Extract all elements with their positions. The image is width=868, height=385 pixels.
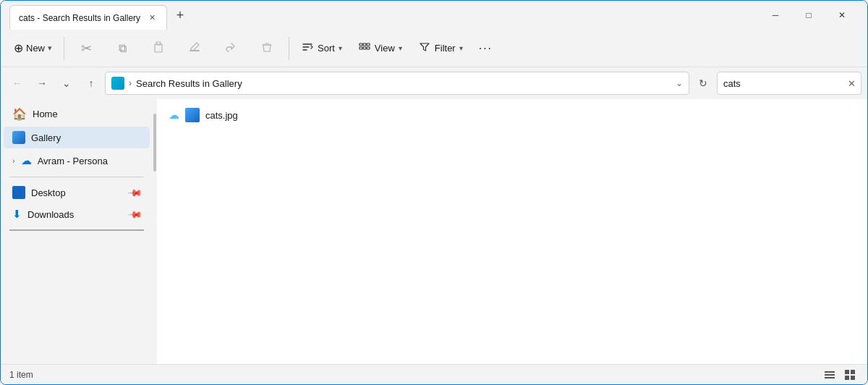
svg-rect-5: [363, 43, 366, 46]
address-separator-icon: ›: [129, 78, 132, 88]
paste-button[interactable]: [141, 32, 176, 65]
svg-rect-14: [845, 376, 849, 380]
file-thumbnail: [185, 108, 200, 122]
sidebar: 🏠 Home Gallery › ☁ Avram - Persona Deskt…: [1, 99, 153, 364]
list-view-button[interactable]: [821, 366, 838, 384]
search-clear-button[interactable]: ✕: [848, 77, 856, 90]
sort-button[interactable]: Sort ▾: [294, 32, 349, 65]
minimize-button[interactable]: ─: [759, 4, 792, 27]
gallery-icon: [12, 131, 25, 144]
grid-view-button[interactable]: [841, 366, 859, 384]
up-button[interactable]: ↑: [80, 72, 102, 94]
sidebar-item-desktop-label: Desktop: [31, 187, 124, 198]
sort-label: Sort: [318, 43, 335, 54]
sidebar-item-onedrive[interactable]: › ☁ Avram - Persona: [4, 150, 150, 172]
view-chevron-icon: ▾: [399, 44, 402, 52]
new-icon: ⊕: [14, 41, 23, 55]
filter-chevron-icon: ▾: [459, 44, 463, 52]
svg-rect-9: [825, 371, 835, 373]
status-text: 1 item: [9, 370, 33, 380]
cut-icon: ✂: [81, 41, 92, 56]
forward-button[interactable]: →: [31, 72, 53, 94]
share-button[interactable]: [213, 32, 248, 65]
toolbar: ⊕ New ▾ ✂ ⧉: [1, 30, 867, 67]
main-area: 🏠 Home Gallery › ☁ Avram - Persona Deskt…: [1, 99, 867, 364]
rename-icon: [188, 41, 201, 56]
window: cats - Search Results in Gallery ✕ + ─ □…: [0, 0, 868, 385]
expand-onedrive-icon[interactable]: ›: [12, 156, 15, 165]
tab-label: cats - Search Results in Gallery: [19, 13, 140, 23]
sidebar-divider: [9, 177, 144, 177]
back-button[interactable]: ←: [7, 72, 28, 94]
svg-rect-0: [155, 44, 162, 52]
maximize-button[interactable]: □: [792, 4, 825, 27]
sidebar-bottom-indicator: [9, 229, 144, 231]
close-button[interactable]: ✕: [825, 4, 859, 27]
refresh-button[interactable]: ↻: [692, 72, 714, 94]
svg-rect-3: [359, 43, 362, 46]
status-bar: 1 item: [1, 364, 867, 384]
address-bar[interactable]: › Search Results in Gallery ⌄: [105, 72, 689, 95]
svg-rect-1: [156, 42, 161, 45]
sidebar-item-desktop[interactable]: Desktop 📌: [4, 182, 150, 203]
search-input[interactable]: [723, 78, 845, 89]
rename-button[interactable]: [177, 32, 212, 65]
active-tab[interactable]: cats - Search Results in Gallery ✕: [9, 5, 167, 30]
svg-rect-12: [845, 370, 849, 374]
sidebar-scrollbar-thumb[interactable]: [153, 114, 156, 172]
tab-area: cats - Search Results in Gallery ✕ +: [9, 1, 759, 30]
sidebar-scrollbar[interactable]: [153, 99, 157, 364]
title-bar: cats - Search Results in Gallery ✕ + ─ □…: [1, 1, 867, 30]
pin-desktop-icon: 📌: [127, 185, 143, 200]
filter-icon: [418, 41, 431, 56]
address-location-icon: [111, 77, 124, 90]
cut-button[interactable]: ✂: [69, 32, 103, 65]
tab-close-button[interactable]: ✕: [146, 12, 158, 24]
delete-icon: [260, 41, 273, 56]
copy-icon: ⧉: [119, 42, 127, 55]
delete-button[interactable]: [250, 32, 284, 65]
file-item-cats[interactable]: ☁ cats.jpg: [163, 105, 307, 125]
toolbar-separator-2: [289, 37, 289, 60]
refresh-icon: ↻: [699, 77, 707, 89]
address-dropdown-icon: ⌄: [676, 78, 683, 88]
sort-icon: [301, 41, 314, 56]
svg-rect-10: [825, 374, 835, 376]
new-chevron-icon: ▾: [48, 43, 52, 53]
new-tab-button[interactable]: +: [170, 5, 190, 25]
address-row: ← → ⌄ ↑ › Search Results in Gallery ⌄ ↻ …: [1, 67, 867, 99]
forward-icon: →: [37, 77, 47, 89]
filter-button[interactable]: Filter ▾: [411, 32, 470, 65]
view-icon: [358, 41, 371, 56]
onedrive-icon: ☁: [21, 154, 32, 167]
more-button[interactable]: ···: [472, 32, 500, 65]
toolbar-separator-1: [64, 37, 64, 60]
filter-label: Filter: [435, 43, 456, 54]
cloud-sync-icon: ☁: [169, 109, 179, 122]
view-label: View: [375, 43, 395, 54]
svg-rect-15: [851, 376, 855, 380]
new-label: New: [26, 43, 45, 54]
svg-rect-11: [825, 377, 835, 378]
svg-rect-13: [851, 370, 855, 374]
paste-icon: [152, 41, 165, 56]
history-dropdown-button[interactable]: ⌄: [56, 72, 77, 94]
home-icon: 🏠: [12, 107, 27, 121]
up-icon: ↑: [89, 77, 94, 89]
content-area: ☁ cats.jpg: [157, 99, 867, 364]
view-button[interactable]: View ▾: [351, 32, 409, 65]
sidebar-item-downloads-label: Downloads: [27, 209, 124, 220]
sidebar-item-home[interactable]: 🏠 Home: [4, 103, 150, 125]
downloads-icon: ⬇: [12, 208, 22, 221]
copy-button[interactable]: ⧉: [105, 32, 140, 65]
new-button[interactable]: ⊕ New ▾: [7, 32, 59, 65]
pin-downloads-icon: 📌: [127, 206, 143, 222]
sidebar-item-home-label: Home: [33, 109, 141, 119]
sidebar-item-downloads[interactable]: ⬇ Downloads 📌: [4, 204, 150, 224]
svg-rect-8: [367, 47, 370, 49]
share-icon: [224, 41, 237, 56]
sidebar-item-gallery[interactable]: Gallery: [4, 127, 150, 148]
status-right: [821, 366, 859, 384]
file-name-label: cats.jpg: [205, 110, 238, 121]
history-chevron-icon: ⌄: [62, 77, 71, 89]
